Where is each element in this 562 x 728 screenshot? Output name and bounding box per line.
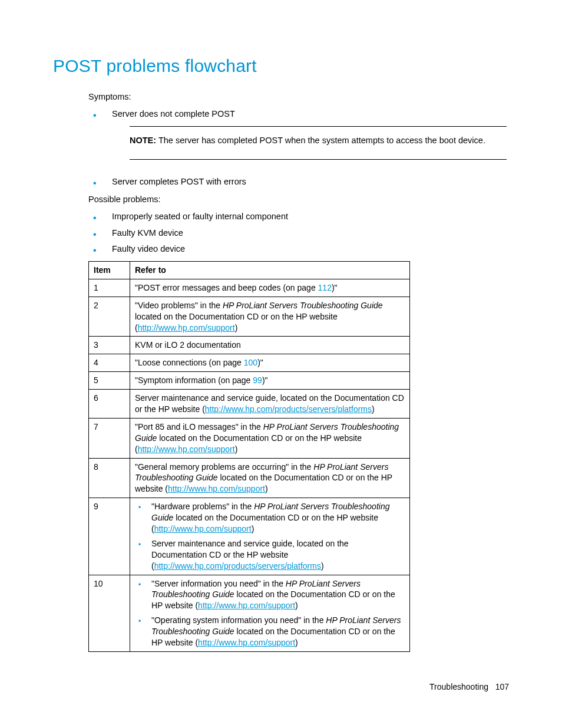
cell-item: 8: [89, 458, 130, 498]
list-text: Faulty video device: [112, 244, 185, 253]
cell-refer: KVM or iLO 2 documentation: [130, 337, 410, 354]
list-item: Faulty KVM device: [88, 228, 509, 239]
platforms-link[interactable]: http://www.hp.com/products/servers/platf…: [154, 561, 321, 571]
cell-item: 1: [89, 279, 130, 297]
table-row: 5 "Symptom information (on page 99)": [89, 372, 410, 390]
cell-item: 9: [89, 498, 130, 575]
table-row: 1 "POST error messages and beep codes (o…: [89, 279, 410, 297]
list-item: Improperly seated or faulty internal com…: [88, 211, 509, 223]
support-link[interactable]: http://www.hp.com/support: [138, 323, 235, 332]
page-title: POST problems flowchart: [53, 54, 509, 78]
note-label: NOTE:: [130, 136, 156, 145]
cell-item: 4: [89, 354, 130, 372]
support-link[interactable]: http://www.hp.com/support: [198, 601, 295, 610]
cell-refer: "Loose connections (on page 100)": [130, 354, 410, 372]
list-text: Improperly seated or faulty internal com…: [112, 212, 288, 221]
platforms-link[interactable]: http://www.hp.com/products/servers/platf…: [205, 404, 372, 414]
cell-refer: Server maintenance and service guide, lo…: [130, 390, 410, 419]
symptoms-label: Symptoms:: [88, 91, 509, 103]
cell-refer: "Server information you need" in the HP …: [130, 575, 410, 651]
list-item: "Operating system information you need" …: [135, 615, 405, 648]
cell-item: 6: [89, 390, 130, 419]
page-content: POST problems flowchart Symptoms: Server…: [0, 0, 562, 652]
support-link[interactable]: http://www.hp.com/support: [154, 524, 252, 533]
list-text: Faulty KVM device: [112, 228, 183, 238]
col-refer: Refer to: [130, 262, 410, 279]
possible-list: Improperly seated or faulty internal com…: [88, 211, 509, 255]
table-row: 3 KVM or iLO 2 documentation: [89, 337, 410, 354]
page-link[interactable]: 99: [253, 375, 262, 385]
cell-refer: "Video problems" in the HP ProLiant Serv…: [130, 297, 410, 337]
note-block: NOTE: The server has completed POST when…: [130, 126, 507, 160]
list-text: Server does not complete POST: [112, 109, 235, 118]
table-header-row: Item Refer to: [89, 262, 410, 279]
cell-refer: "POST error messages and beep codes (on …: [130, 279, 410, 297]
list-item: "Hardware problems" in the HP ProLiant S…: [135, 501, 405, 535]
support-link[interactable]: http://www.hp.com/support: [138, 444, 235, 454]
col-item: Item: [89, 262, 130, 279]
cell-refer: "General memory problems are occurring" …: [130, 458, 410, 498]
page-link[interactable]: 112: [318, 283, 332, 292]
table-row: 2 "Video problems" in the HP ProLiant Se…: [89, 297, 410, 337]
list-item: Server does not complete POST: [88, 108, 509, 120]
table-row: 9 "Hardware problems" in the HP ProLiant…: [89, 498, 410, 575]
page-footer: Troubleshooting 107: [429, 681, 509, 693]
support-link[interactable]: http://www.hp.com/support: [168, 484, 265, 493]
footer-section: Troubleshooting: [429, 682, 488, 691]
table-row: 4 "Loose connections (on page 100)": [89, 354, 410, 372]
footer-page-number: 107: [495, 682, 509, 691]
note-text: The server has completed POST when the s…: [156, 136, 485, 145]
list-item: Faulty video device: [88, 243, 509, 255]
table-row: 8 "General memory problems are occurring…: [89, 458, 410, 498]
cell-item: 7: [89, 418, 130, 458]
cell-item: 3: [89, 337, 130, 354]
cell-refer: "Symptom information (on page 99)": [130, 372, 410, 390]
cell-refer: "Hardware problems" in the HP ProLiant S…: [130, 498, 410, 575]
page-link[interactable]: 100: [244, 358, 257, 367]
support-link[interactable]: http://www.hp.com/support: [198, 638, 295, 647]
table-row: 10 "Server information you need" in the …: [89, 575, 410, 651]
list-item: Server completes POST with errors: [88, 176, 509, 188]
list-item: Server maintenance and service guide, lo…: [135, 538, 405, 572]
cell-item: 10: [89, 575, 130, 651]
cell-item: 2: [89, 297, 130, 337]
symptoms-list: Server does not complete POST: [88, 108, 509, 120]
cell-item: 5: [89, 372, 130, 390]
list-text: Server completes POST with errors: [112, 177, 246, 186]
reference-table: Item Refer to 1 "POST error messages and…: [88, 261, 410, 652]
table-row: 7 "Port 85 and iLO messages" in the HP P…: [89, 418, 410, 458]
possible-label: Possible problems:: [88, 194, 509, 206]
symptoms-list-2: Server completes POST with errors: [88, 176, 509, 188]
list-item: "Server information you need" in the HP …: [135, 578, 405, 612]
table-row: 6 Server maintenance and service guide, …: [89, 390, 410, 419]
cell-refer: "Port 85 and iLO messages" in the HP Pro…: [130, 418, 410, 458]
